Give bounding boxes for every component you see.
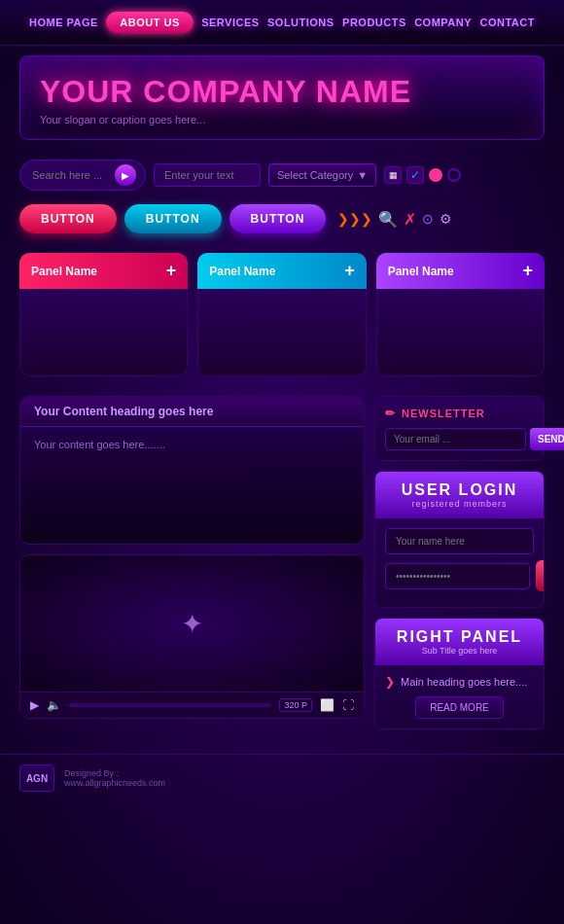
content-area: Your Content heading goes here Your cont…: [19, 396, 365, 739]
mute-button[interactable]: 🔈: [47, 698, 61, 712]
button-purple[interactable]: BUTTON: [229, 204, 327, 233]
dropdown-arrow-icon: ▼: [357, 169, 368, 181]
navbar: HOME PAGE ABOUT US SERVICES SOLUTIONS PR…: [0, 0, 564, 46]
button-cyan[interactable]: BUTTON: [124, 204, 222, 233]
panel-purple-header: Panel Name +: [376, 253, 545, 289]
footer: AGN Designed By : www.allgraphicneeds.co…: [0, 754, 564, 801]
panel-red-name: Panel Name: [31, 265, 97, 278]
panel-purple-body: [376, 289, 545, 376]
play-button[interactable]: ▶: [30, 698, 39, 712]
right-panel-title: RIGHT PANEL: [385, 628, 534, 646]
content-block: Your Content heading goes here Your cont…: [19, 396, 365, 545]
header-banner: YOUR COMPANY NAME Your slogan or caption…: [19, 55, 545, 140]
newsletter-email-input[interactable]: [385, 428, 526, 450]
read-more-button[interactable]: READ MORE: [415, 696, 504, 719]
panel-cyan-body: [197, 289, 366, 376]
search-box[interactable]: ▶: [19, 160, 146, 191]
nav-item-home[interactable]: HOME PAGE: [29, 17, 98, 28]
panel-main-heading: Main heading goes here....: [401, 676, 527, 688]
newsletter-box: ✏ NEWSLETTER SEND ▶: [374, 396, 545, 461]
footer-logo: AGN: [19, 764, 54, 792]
login-body: ▶: [375, 518, 544, 607]
username-input[interactable]: [385, 528, 534, 554]
footer-url: www.allgraphicneeds.com: [64, 778, 165, 788]
controls-row: ▶ Select Category ▼ ▦ ✓: [0, 150, 564, 200]
nav-item-products[interactable]: PRODUCTS: [342, 17, 406, 28]
arrows-icon[interactable]: ❯❯❯: [337, 211, 372, 227]
text-input[interactable]: [154, 163, 261, 187]
button-red[interactable]: BUTTON: [19, 204, 117, 233]
spinner-icon[interactable]: ⊙: [422, 211, 434, 227]
newsletter-send-button[interactable]: SEND ▶: [530, 428, 564, 450]
right-panel-item: ❯ Main heading goes here....: [385, 675, 534, 689]
newsletter-input-row: SEND ▶: [385, 428, 534, 450]
check-icon[interactable]: ✓: [406, 166, 424, 184]
panel-cyan-name: Panel Name: [209, 265, 275, 278]
login-title: USER LOGIN: [385, 481, 534, 499]
pencil-icon: ✏: [385, 407, 396, 420]
video-screen: ✦: [20, 555, 364, 692]
panel-purple-add[interactable]: +: [522, 261, 533, 281]
panel-red-body: [19, 289, 188, 376]
send-label: SEND: [538, 434, 564, 444]
action-icons: ❯❯❯ 🔍 ✗ ⊙ ⚙: [337, 210, 452, 229]
footer-info: Designed By : www.allgraphicneeds.com: [64, 768, 165, 788]
category-label: Select Category: [277, 169, 353, 181]
password-row: ▶: [385, 560, 534, 591]
panel-cyan-add[interactable]: +: [344, 261, 355, 281]
panel-cyan: Panel Name +: [197, 253, 366, 376]
right-panel-subtitle: Sub Title goes here: [385, 646, 534, 656]
panel-red: Panel Name +: [19, 253, 188, 376]
search-input[interactable]: [32, 169, 115, 181]
icons-row: ▦ ✓: [384, 166, 461, 184]
login-go-button[interactable]: ▶: [536, 560, 545, 591]
category-select[interactable]: Select Category ▼: [268, 163, 376, 187]
video-controls: ▶ 🔈 320 P ⬜ ⛶: [20, 692, 364, 718]
slash-icon[interactable]: ✗: [404, 210, 416, 229]
buttons-row: BUTTON BUTTON BUTTON ❯❯❯ 🔍 ✗ ⊙ ⚙: [0, 200, 564, 243]
sidebar-area: ✏ NEWSLETTER SEND ▶ USER LOGIN registere…: [374, 396, 545, 739]
panel-purple: Panel Name +: [376, 253, 545, 376]
content-heading: Your Content heading goes here: [20, 397, 364, 427]
panel-red-add[interactable]: +: [166, 261, 177, 281]
username-row: [385, 528, 534, 554]
footer-designed-by: Designed By :: [64, 768, 165, 778]
nav-item-contact[interactable]: CONTACT: [479, 17, 534, 28]
radio-inactive[interactable]: [447, 168, 461, 182]
grid-icon[interactable]: ▦: [384, 166, 402, 184]
radio-active[interactable]: [429, 168, 442, 182]
search-button[interactable]: ▶: [115, 164, 136, 186]
quality-label[interactable]: 320 P: [279, 698, 312, 712]
right-panel-header: RIGHT PANEL Sub Title goes here: [375, 619, 544, 665]
right-panel-body: ❯ Main heading goes here.... READ MORE: [375, 665, 544, 729]
newsletter-title-row: ✏ NEWSLETTER: [385, 407, 534, 420]
main-section: Your Content heading goes here Your cont…: [0, 386, 564, 749]
nav-item-about[interactable]: ABOUT US: [106, 12, 193, 33]
panel-arrow-icon: ❯: [385, 675, 395, 689]
panel-cyan-header: Panel Name +: [197, 253, 366, 289]
slogan: Your slogan or caption goes here...: [40, 114, 524, 125]
panels-row: Panel Name + Panel Name + Panel Name +: [0, 243, 564, 386]
video-loader-icon: ✦: [181, 608, 203, 640]
progress-bar[interactable]: [69, 703, 271, 707]
login-subtitle: registered members: [385, 499, 534, 509]
panel-purple-name: Panel Name: [388, 265, 454, 278]
login-box: USER LOGIN registered members ▶: [374, 471, 545, 608]
pip-button[interactable]: ⬜: [320, 698, 335, 712]
password-input[interactable]: [385, 563, 530, 589]
panel-red-header: Panel Name +: [19, 253, 188, 289]
right-panel-box: RIGHT PANEL Sub Title goes here ❯ Main h…: [374, 618, 545, 729]
settings-icon[interactable]: ⚙: [440, 211, 452, 227]
video-player: ✦ ▶ 🔈 320 P ⬜ ⛶: [19, 554, 365, 719]
magnify-icon[interactable]: 🔍: [378, 210, 398, 229]
nav-item-company[interactable]: COMPANY: [414, 17, 472, 28]
nav-item-services[interactable]: SERVICES: [201, 17, 259, 28]
company-name: YOUR COMPANY NAME: [40, 74, 524, 110]
nav-item-solutions[interactable]: SOLUTIONS: [267, 17, 335, 28]
fullscreen-button[interactable]: ⛶: [342, 698, 354, 712]
login-header: USER LOGIN registered members: [375, 472, 544, 518]
newsletter-label: NEWSLETTER: [402, 408, 485, 419]
content-text: Your content goes here.......: [20, 427, 364, 544]
